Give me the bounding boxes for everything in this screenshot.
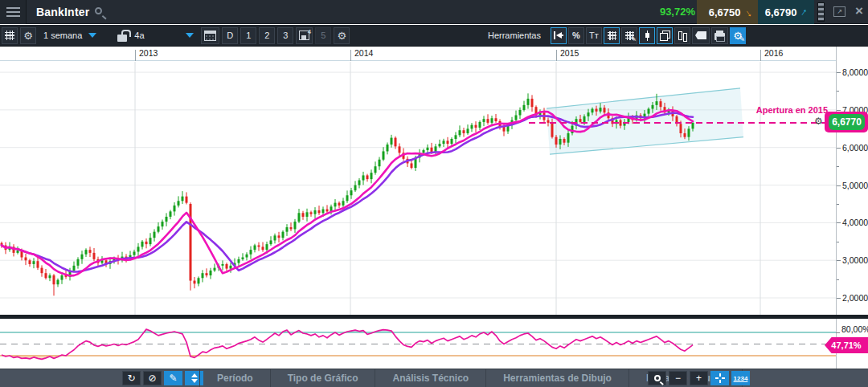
layers-icon <box>660 31 669 40</box>
range-value: 4a <box>134 31 144 40</box>
disable-drawings-button[interactable]: ⊘ <box>143 371 162 385</box>
pencil-icon: ✎ <box>739 35 745 43</box>
range-select[interactable]: 4a <box>129 27 199 44</box>
toolbar-settings-button[interactable]: ⚙ <box>334 27 350 44</box>
interval-value: 1 semana <box>43 31 82 40</box>
oscillator-current-value-tag: 47,71% <box>825 337 868 353</box>
price-label: 6,0000 <box>842 143 868 153</box>
annotation-open-2015-label[interactable]: Apertura en 2015 <box>747 105 828 115</box>
menu-an-lisis-t-cnico[interactable]: Análisis Técnico <box>375 369 486 387</box>
text-size-button[interactable]: Tт <box>586 27 602 44</box>
search-icon[interactable] <box>95 7 102 14</box>
settings-button[interactable]: ⚙ <box>20 27 36 44</box>
price-minor-tick <box>837 279 839 280</box>
pencil-icon: ✎ <box>169 373 177 384</box>
hamburger-icon <box>6 7 20 17</box>
price-tick <box>837 222 841 223</box>
zoom-in-button[interactable]: + <box>690 371 708 385</box>
crosshair-button[interactable] <box>710 371 729 385</box>
price-tick <box>837 148 841 149</box>
calendar-button[interactable] <box>201 27 219 44</box>
chevron-down-icon <box>186 33 194 38</box>
year-label: 2016 <box>764 48 783 58</box>
zoom-out-button[interactable]: − <box>669 371 687 385</box>
print-button[interactable] <box>711 27 728 44</box>
menu-tipo-de-gr-fico[interactable]: Tipo de Gráfico <box>271 369 376 387</box>
annotation-gear-icon[interactable]: ⚙ <box>814 116 823 127</box>
year-tick <box>350 50 351 61</box>
percent-scale-button[interactable]: % <box>568 27 584 44</box>
preset-1-button[interactable]: 1 <box>240 27 256 44</box>
open-2015-price-value: 6,6770 <box>829 114 865 130</box>
price-label: 8,0000 <box>842 67 868 77</box>
oscillator-80-label: 80,00% <box>841 324 868 334</box>
price-label: 2,0000 <box>842 293 868 303</box>
draw-button[interactable]: ✎ <box>164 371 182 385</box>
price-minor-tick <box>837 166 839 167</box>
up-down-arrows-icon <box>191 373 198 383</box>
ask-price: 6,6790 <box>765 6 797 18</box>
gear-icon: ⚙ <box>23 30 33 42</box>
price-label: 3,0000 <box>842 255 868 265</box>
year-label: 2015 <box>560 48 579 58</box>
open-2015-price-tag[interactable]: 6,6770 <box>825 112 868 132</box>
year-tick <box>760 50 761 61</box>
price-chart[interactable] <box>0 62 836 315</box>
price-tick <box>837 72 841 73</box>
ask-up-arrow-icon: ↑ <box>798 5 809 18</box>
menu-herramientas-de-dibujo[interactable]: Herramientas de Dibujo <box>486 369 629 387</box>
grid-edit-button[interactable]: ✎ <box>621 27 637 44</box>
depth-panel-icon[interactable] <box>817 2 825 22</box>
ask-price-button[interactable]: 6,6790 ↑ <box>758 0 814 24</box>
year-label: 2014 <box>354 48 373 58</box>
close-icon[interactable]: × <box>855 3 863 19</box>
ohlc-style-button[interactable] <box>674 27 690 44</box>
price-tick <box>837 110 841 111</box>
preset-5-button[interactable]: 5 <box>315 27 331 44</box>
layers-button[interactable] <box>657 27 673 44</box>
watchlist-button[interactable] <box>2 27 18 44</box>
price-label: 4,0000 <box>842 218 868 227</box>
change-percent: 93,72% <box>660 6 695 18</box>
unlock-icon[interactable] <box>117 35 127 42</box>
preset-d-button[interactable]: D <box>222 27 238 44</box>
menu-button[interactable] <box>0 0 27 24</box>
expand-window-icon[interactable]: ↗ <box>833 6 845 17</box>
save-layout-button[interactable]: 4 <box>296 27 313 44</box>
menu-per-odo[interactable]: Período <box>199 369 271 387</box>
pencil-icon: ✎ <box>630 35 637 43</box>
preset-2-button[interactable]: 2 <box>259 27 275 44</box>
interval-select[interactable]: 1 semana <box>39 27 101 44</box>
bottom-toolbar: ↻ ⊘ ✎ PeríodoTipo de GráficoAnálisis Téc… <box>0 369 868 387</box>
grid-toggle-button[interactable] <box>604 27 620 44</box>
preset-3-button[interactable]: 3 <box>277 27 293 44</box>
grid-icon <box>608 31 616 40</box>
oscillator-80-tick <box>836 332 840 333</box>
price-label: 5,0000 <box>842 181 868 190</box>
bid-price: 6,6750 <box>709 6 741 18</box>
tools-label: Herramientas <box>488 31 541 40</box>
oscillator-panel[interactable] <box>0 319 836 369</box>
refresh-button[interactable]: ↻ <box>122 371 141 385</box>
price-axis[interactable]: 8,00007,00006,00005,00004,00003,00002,00… <box>836 47 868 369</box>
chart-style-button[interactable] <box>639 27 655 44</box>
data-values-button[interactable]: 1234 <box>731 371 750 385</box>
price-minor-tick <box>837 204 839 205</box>
candlestick-icon <box>645 31 649 41</box>
year-label: 2013 <box>139 48 158 58</box>
save-slot-badge: 4 <box>308 28 311 35</box>
crosshair-icon <box>715 373 725 383</box>
refresh-icon: ↻ <box>127 373 135 384</box>
bid-price-button[interactable]: 6,6750 ↓ <box>697 0 758 24</box>
chart-settings-button[interactable]: ⚙✎ <box>730 27 746 44</box>
year-tick <box>135 50 136 61</box>
zoom-tool-button[interactable] <box>648 371 666 385</box>
block-icon: ⊘ <box>148 373 156 384</box>
tag-button[interactable] <box>692 27 710 44</box>
ohlc-bars-icon <box>678 31 687 41</box>
collapse-panel-button[interactable] <box>551 27 567 44</box>
x-axis-strip: 2013201420152016 <box>0 47 868 61</box>
minus-icon: − <box>675 373 681 384</box>
text-size-icon: Tт <box>589 31 599 40</box>
price-minor-tick <box>837 242 839 242</box>
